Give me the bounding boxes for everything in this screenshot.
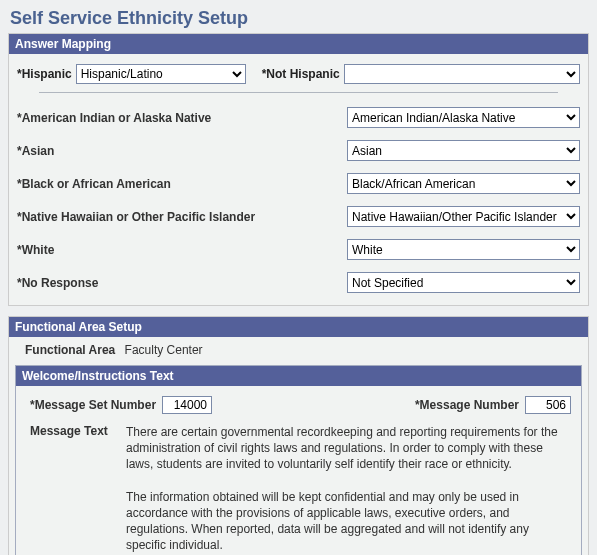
not-hispanic-label: *Not Hispanic	[262, 67, 340, 81]
ethnicity-label: *No Response	[17, 276, 347, 290]
ethnicity-select[interactable]: American Indian/Alaska Native	[347, 107, 580, 128]
ethnicity-row: *Native Hawaiian or Other Pacific Island…	[9, 200, 588, 233]
ethnicity-row: *American Indian or Alaska NativeAmerica…	[9, 101, 588, 134]
ethnicity-label: *American Indian or Alaska Native	[17, 111, 347, 125]
answer-mapping-header: Answer Mapping	[9, 34, 588, 54]
ethnicity-label: *White	[17, 243, 347, 257]
ethnicity-row: *No ResponseNot Specified	[9, 266, 588, 299]
ethnicity-row: *AsianAsian	[9, 134, 588, 167]
ethnicity-select[interactable]: Not Specified	[347, 272, 580, 293]
message-number-label: *Message Number	[415, 398, 519, 412]
ethnicity-label: *Native Hawaiian or Other Pacific Island…	[17, 210, 347, 224]
ethnicity-select[interactable]: White	[347, 239, 580, 260]
ethnicity-select[interactable]: Native Hawaiian/Other Pacific Islander	[347, 206, 580, 227]
page-title: Self Service Ethnicity Setup	[10, 8, 589, 29]
message-text-body: There are certain governmental recordkee…	[126, 424, 571, 554]
answer-mapping-panel: Answer Mapping *Hispanic Hispanic/Latino…	[8, 33, 589, 306]
ethnicity-row: *Black or African AmericanBlack/African …	[9, 167, 588, 200]
hispanic-label: *Hispanic	[17, 67, 72, 81]
ethnicity-label: *Asian	[17, 144, 347, 158]
functional-area-value: Faculty Center	[125, 343, 203, 357]
ethnicity-row: *WhiteWhite	[9, 233, 588, 266]
ethnicity-select[interactable]: Black/African American	[347, 173, 580, 194]
message-set-input[interactable]	[162, 396, 212, 414]
not-hispanic-select[interactable]	[344, 64, 580, 84]
functional-area-label: Functional Area	[25, 343, 115, 357]
message-number-input[interactable]	[525, 396, 571, 414]
welcome-subpanel: Welcome/Instructions Text *Message Set N…	[15, 365, 582, 555]
hispanic-select[interactable]: Hispanic/Latino	[76, 64, 246, 84]
divider	[39, 92, 558, 93]
welcome-header: Welcome/Instructions Text	[16, 366, 581, 386]
functional-area-header: Functional Area Setup	[9, 317, 588, 337]
message-set-label: *Message Set Number	[30, 398, 156, 412]
ethnicity-select[interactable]: Asian	[347, 140, 580, 161]
message-text-label: Message Text	[30, 424, 118, 554]
functional-area-panel: Functional Area Setup Functional Area Fa…	[8, 316, 589, 555]
ethnicity-label: *Black or African American	[17, 177, 347, 191]
